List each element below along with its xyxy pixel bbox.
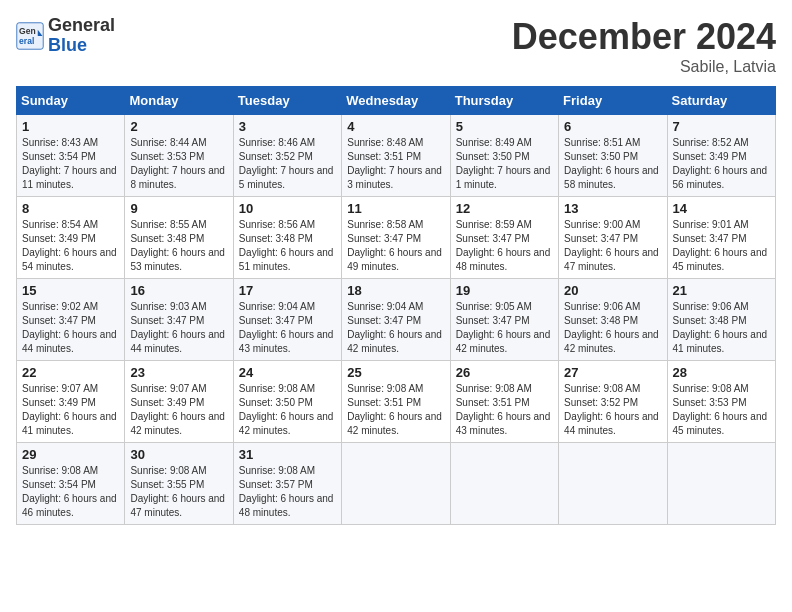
calendar-header-row: SundayMondayTuesdayWednesdayThursdayFrid… [17, 87, 776, 115]
column-header-thursday: Thursday [450, 87, 558, 115]
calendar-day-cell: 24Sunrise: 9:08 AMSunset: 3:50 PMDayligh… [233, 361, 341, 443]
calendar-day-cell: 10Sunrise: 8:56 AMSunset: 3:48 PMDayligh… [233, 197, 341, 279]
calendar-day-cell: 31Sunrise: 9:08 AMSunset: 3:57 PMDayligh… [233, 443, 341, 525]
column-header-sunday: Sunday [17, 87, 125, 115]
day-number: 28 [673, 365, 770, 380]
calendar-day-cell: 1Sunrise: 8:43 AMSunset: 3:54 PMDaylight… [17, 115, 125, 197]
day-number: 9 [130, 201, 227, 216]
day-number: 30 [130, 447, 227, 462]
calendar-day-cell: 25Sunrise: 9:08 AMSunset: 3:51 PMDayligh… [342, 361, 450, 443]
day-number: 21 [673, 283, 770, 298]
day-info: Sunrise: 8:46 AMSunset: 3:52 PMDaylight:… [239, 136, 336, 192]
day-number: 6 [564, 119, 661, 134]
day-info: Sunrise: 8:43 AMSunset: 3:54 PMDaylight:… [22, 136, 119, 192]
calendar-day-cell: 20Sunrise: 9:06 AMSunset: 3:48 PMDayligh… [559, 279, 667, 361]
day-number: 5 [456, 119, 553, 134]
calendar-day-cell: 27Sunrise: 9:08 AMSunset: 3:52 PMDayligh… [559, 361, 667, 443]
day-number: 24 [239, 365, 336, 380]
calendar-week-row: 1Sunrise: 8:43 AMSunset: 3:54 PMDaylight… [17, 115, 776, 197]
calendar-day-cell: 14Sunrise: 9:01 AMSunset: 3:47 PMDayligh… [667, 197, 775, 279]
calendar-day-cell: 28Sunrise: 9:08 AMSunset: 3:53 PMDayligh… [667, 361, 775, 443]
day-info: Sunrise: 9:08 AMSunset: 3:50 PMDaylight:… [239, 382, 336, 438]
day-info: Sunrise: 9:04 AMSunset: 3:47 PMDaylight:… [347, 300, 444, 356]
day-number: 2 [130, 119, 227, 134]
day-info: Sunrise: 9:08 AMSunset: 3:51 PMDaylight:… [456, 382, 553, 438]
day-info: Sunrise: 9:01 AMSunset: 3:47 PMDaylight:… [673, 218, 770, 274]
day-number: 10 [239, 201, 336, 216]
column-header-saturday: Saturday [667, 87, 775, 115]
day-info: Sunrise: 8:56 AMSunset: 3:48 PMDaylight:… [239, 218, 336, 274]
day-info: Sunrise: 9:08 AMSunset: 3:54 PMDaylight:… [22, 464, 119, 520]
day-info: Sunrise: 8:44 AMSunset: 3:53 PMDaylight:… [130, 136, 227, 192]
day-info: Sunrise: 9:04 AMSunset: 3:47 PMDaylight:… [239, 300, 336, 356]
calendar-empty-cell [450, 443, 558, 525]
day-info: Sunrise: 9:08 AMSunset: 3:55 PMDaylight:… [130, 464, 227, 520]
day-info: Sunrise: 8:49 AMSunset: 3:50 PMDaylight:… [456, 136, 553, 192]
location-subtitle: Sabile, Latvia [512, 58, 776, 76]
day-number: 13 [564, 201, 661, 216]
calendar-day-cell: 8Sunrise: 8:54 AMSunset: 3:49 PMDaylight… [17, 197, 125, 279]
day-info: Sunrise: 9:07 AMSunset: 3:49 PMDaylight:… [130, 382, 227, 438]
day-info: Sunrise: 9:06 AMSunset: 3:48 PMDaylight:… [673, 300, 770, 356]
svg-text:Gen: Gen [19, 26, 36, 36]
month-title: December 2024 [512, 16, 776, 58]
day-number: 14 [673, 201, 770, 216]
logo-text-line1: General [48, 16, 115, 36]
day-info: Sunrise: 8:52 AMSunset: 3:49 PMDaylight:… [673, 136, 770, 192]
day-number: 23 [130, 365, 227, 380]
day-number: 1 [22, 119, 119, 134]
day-number: 7 [673, 119, 770, 134]
calendar-day-cell: 23Sunrise: 9:07 AMSunset: 3:49 PMDayligh… [125, 361, 233, 443]
day-number: 25 [347, 365, 444, 380]
calendar-table: SundayMondayTuesdayWednesdayThursdayFrid… [16, 86, 776, 525]
column-header-monday: Monday [125, 87, 233, 115]
calendar-day-cell: 7Sunrise: 8:52 AMSunset: 3:49 PMDaylight… [667, 115, 775, 197]
day-info: Sunrise: 9:00 AMSunset: 3:47 PMDaylight:… [564, 218, 661, 274]
calendar-empty-cell [559, 443, 667, 525]
day-number: 8 [22, 201, 119, 216]
calendar-empty-cell [667, 443, 775, 525]
day-number: 29 [22, 447, 119, 462]
logo: Gen eral General Blue [16, 16, 115, 56]
calendar-day-cell: 2Sunrise: 8:44 AMSunset: 3:53 PMDaylight… [125, 115, 233, 197]
day-number: 12 [456, 201, 553, 216]
day-info: Sunrise: 9:06 AMSunset: 3:48 PMDaylight:… [564, 300, 661, 356]
calendar-day-cell: 22Sunrise: 9:07 AMSunset: 3:49 PMDayligh… [17, 361, 125, 443]
day-info: Sunrise: 9:08 AMSunset: 3:51 PMDaylight:… [347, 382, 444, 438]
day-number: 31 [239, 447, 336, 462]
day-number: 27 [564, 365, 661, 380]
day-number: 16 [130, 283, 227, 298]
calendar-day-cell: 18Sunrise: 9:04 AMSunset: 3:47 PMDayligh… [342, 279, 450, 361]
calendar-day-cell: 13Sunrise: 9:00 AMSunset: 3:47 PMDayligh… [559, 197, 667, 279]
title-area: December 2024 Sabile, Latvia [512, 16, 776, 76]
day-info: Sunrise: 8:55 AMSunset: 3:48 PMDaylight:… [130, 218, 227, 274]
day-info: Sunrise: 9:08 AMSunset: 3:52 PMDaylight:… [564, 382, 661, 438]
calendar-day-cell: 30Sunrise: 9:08 AMSunset: 3:55 PMDayligh… [125, 443, 233, 525]
svg-text:eral: eral [19, 36, 34, 46]
day-number: 20 [564, 283, 661, 298]
day-info: Sunrise: 9:08 AMSunset: 3:53 PMDaylight:… [673, 382, 770, 438]
day-number: 18 [347, 283, 444, 298]
day-number: 11 [347, 201, 444, 216]
calendar-day-cell: 17Sunrise: 9:04 AMSunset: 3:47 PMDayligh… [233, 279, 341, 361]
logo-icon: Gen eral [16, 22, 44, 50]
day-info: Sunrise: 9:02 AMSunset: 3:47 PMDaylight:… [22, 300, 119, 356]
day-number: 19 [456, 283, 553, 298]
column-header-friday: Friday [559, 87, 667, 115]
day-info: Sunrise: 9:03 AMSunset: 3:47 PMDaylight:… [130, 300, 227, 356]
calendar-week-row: 22Sunrise: 9:07 AMSunset: 3:49 PMDayligh… [17, 361, 776, 443]
calendar-day-cell: 9Sunrise: 8:55 AMSunset: 3:48 PMDaylight… [125, 197, 233, 279]
column-header-tuesday: Tuesday [233, 87, 341, 115]
calendar-day-cell: 4Sunrise: 8:48 AMSunset: 3:51 PMDaylight… [342, 115, 450, 197]
day-number: 4 [347, 119, 444, 134]
day-info: Sunrise: 8:58 AMSunset: 3:47 PMDaylight:… [347, 218, 444, 274]
day-info: Sunrise: 9:05 AMSunset: 3:47 PMDaylight:… [456, 300, 553, 356]
day-number: 17 [239, 283, 336, 298]
calendar-day-cell: 15Sunrise: 9:02 AMSunset: 3:47 PMDayligh… [17, 279, 125, 361]
calendar-day-cell: 3Sunrise: 8:46 AMSunset: 3:52 PMDaylight… [233, 115, 341, 197]
logo-text-line2: Blue [48, 36, 115, 56]
calendar-day-cell: 26Sunrise: 9:08 AMSunset: 3:51 PMDayligh… [450, 361, 558, 443]
calendar-day-cell: 12Sunrise: 8:59 AMSunset: 3:47 PMDayligh… [450, 197, 558, 279]
calendar-week-row: 15Sunrise: 9:02 AMSunset: 3:47 PMDayligh… [17, 279, 776, 361]
day-number: 15 [22, 283, 119, 298]
